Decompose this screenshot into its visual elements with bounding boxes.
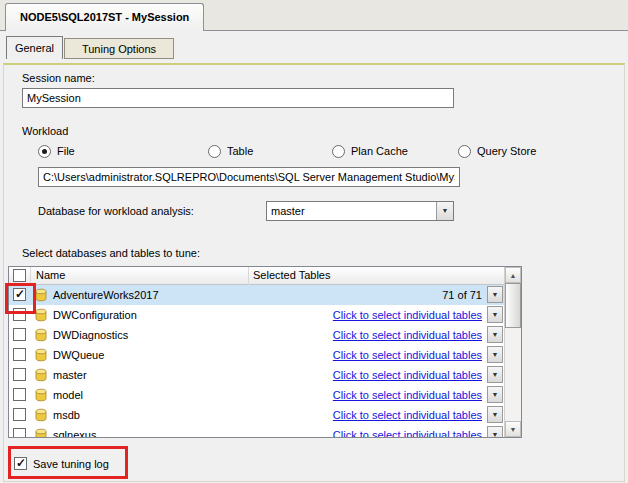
selected-tables-cell: Click to select individual tables <box>249 325 486 345</box>
database-checkbox[interactable] <box>13 288 26 301</box>
table-row[interactable]: DWDiagnostics Click to select individual… <box>9 325 504 345</box>
selected-tables-value[interactable]: Click to select individual tables <box>333 369 482 381</box>
tab-strip: General Tuning Options <box>6 36 622 59</box>
selected-tables-value[interactable]: Click to select individual tables <box>333 389 482 401</box>
scroll-down-icon[interactable]: ▼ <box>505 421 521 437</box>
table-row[interactable]: master Click to select individual tables… <box>9 365 504 385</box>
tables-dropdown-cell: ▼ <box>486 405 504 425</box>
radio-icon[interactable] <box>208 145 221 158</box>
row-checkbox-cell <box>9 385 31 405</box>
database-name-cell: model <box>31 385 249 405</box>
table-scrollbar[interactable]: ▲ ▼ <box>504 267 521 437</box>
session-document-tab-label: NODE5\SQL2017ST - MySession <box>20 11 189 23</box>
database-analysis-label: Database for workload analysis: <box>38 201 194 221</box>
tables-dropdown-button[interactable]: ▼ <box>487 386 503 403</box>
database-checkbox[interactable] <box>13 428 26 437</box>
database-table-header: Name Selected Tables <box>9 267 504 285</box>
tables-dropdown-button[interactable]: ▼ <box>487 306 503 323</box>
tables-dropdown-button[interactable]: ▼ <box>487 366 503 383</box>
column-header-name[interactable]: Name <box>31 267 249 285</box>
tab-general-label: General <box>15 42 54 54</box>
table-row[interactable]: DWQueue Click to select individual table… <box>9 345 504 365</box>
radio-icon[interactable] <box>332 145 345 158</box>
database-checkbox[interactable] <box>13 368 26 381</box>
tables-dropdown-button[interactable]: ▼ <box>487 286 503 303</box>
database-name: model <box>53 385 83 405</box>
radio-icon[interactable] <box>38 145 51 158</box>
chevron-down-icon[interactable]: ▼ <box>436 202 453 220</box>
tables-dropdown-button[interactable]: ▼ <box>487 346 503 363</box>
scroll-up-icon[interactable]: ▲ <box>505 267 521 283</box>
selected-tables-value[interactable]: Click to select individual tables <box>333 409 482 421</box>
row-checkbox-cell <box>9 425 31 437</box>
database-table: Name Selected Tables AdventureWorks2017 … <box>8 266 522 438</box>
tables-dropdown-cell: ▼ <box>486 365 504 385</box>
database-checkbox[interactable] <box>13 348 26 361</box>
workload-file-input[interactable] <box>38 167 460 187</box>
selected-tables-cell: Click to select individual tables <box>249 305 486 325</box>
selected-tables-cell: Click to select individual tables <box>249 385 486 405</box>
database-icon <box>34 308 48 322</box>
table-row[interactable]: AdventureWorks2017 71 of 71 ▼ <box>9 285 504 305</box>
database-name-cell: master <box>31 365 249 385</box>
tables-dropdown-cell: ▼ <box>486 425 504 437</box>
database-icon <box>34 388 48 402</box>
scroll-thumb[interactable] <box>505 283 521 328</box>
database-icon <box>34 288 48 302</box>
table-row[interactable]: sqlnexus Click to select individual tabl… <box>9 425 504 437</box>
database-name: AdventureWorks2017 <box>53 285 159 305</box>
database-name-cell: DWDiagnostics <box>31 325 249 345</box>
database-name: DWDiagnostics <box>53 325 128 345</box>
database-name-cell: msdb <box>31 405 249 425</box>
radio-option-table[interactable]: Table <box>208 143 332 159</box>
row-checkbox-cell <box>9 305 31 325</box>
row-checkbox-cell <box>9 325 31 345</box>
database-checkbox[interactable] <box>13 388 26 401</box>
database-checkbox[interactable] <box>13 308 26 321</box>
database-checkbox[interactable] <box>13 328 26 341</box>
tables-dropdown-cell: ▼ <box>486 305 504 325</box>
tables-dropdown-cell: ▼ <box>486 345 504 365</box>
database-name-cell: sqlnexus <box>31 425 249 437</box>
radio-option-plan-cache[interactable]: Plan Cache <box>332 143 458 159</box>
table-row[interactable]: model Click to select individual tables … <box>9 385 504 405</box>
session-name-input[interactable] <box>22 88 454 108</box>
tab-general[interactable]: General <box>6 36 63 59</box>
tables-dropdown-button[interactable]: ▼ <box>487 406 503 423</box>
radio-label: File <box>57 145 75 157</box>
workload-options: FileTablePlan CacheQuery Store <box>38 143 598 159</box>
radio-label: Table <box>227 145 253 157</box>
row-checkbox-cell <box>9 345 31 365</box>
save-tuning-log-checkbox[interactable] <box>14 457 27 470</box>
database-icon <box>34 348 48 362</box>
selected-tables-cell: Click to select individual tables <box>249 345 486 365</box>
tables-dropdown-cell: ▼ <box>486 285 504 305</box>
tables-dropdown-button[interactable]: ▼ <box>487 426 503 437</box>
db-table-body: AdventureWorks2017 71 of 71 ▼ DWConfigur… <box>9 285 504 437</box>
tables-dropdown-cell: ▼ <box>486 325 504 345</box>
tables-dropdown-cell: ▼ <box>486 385 504 405</box>
database-name-cell: DWQueue <box>31 345 249 365</box>
radio-label: Plan Cache <box>351 145 408 157</box>
radio-icon[interactable] <box>458 145 471 158</box>
selected-tables-value[interactable]: Click to select individual tables <box>333 329 482 341</box>
header-checkbox-cell <box>9 267 31 285</box>
column-header-selected-tables[interactable]: Selected Tables <box>249 267 504 285</box>
selected-tables-value[interactable]: Click to select individual tables <box>333 349 482 361</box>
database-checkbox[interactable] <box>13 408 26 421</box>
selected-tables-value[interactable]: Click to select individual tables <box>333 309 482 321</box>
tables-dropdown-button[interactable]: ▼ <box>487 326 503 343</box>
radio-option-file[interactable]: File <box>38 143 208 159</box>
select-databases-label: Select databases and tables to tune: <box>22 247 200 259</box>
select-all-checkbox[interactable] <box>13 269 26 282</box>
table-row[interactable]: msdb Click to select individual tables ▼ <box>9 405 504 425</box>
database-icon <box>34 328 48 342</box>
database-analysis-combobox[interactable]: master ▼ <box>266 201 454 221</box>
tab-tuning-options[interactable]: Tuning Options <box>64 38 174 59</box>
selected-tables-value[interactable]: 71 of 71 <box>442 289 482 301</box>
radio-option-query-store[interactable]: Query Store <box>458 143 588 159</box>
selected-tables-value[interactable]: Click to select individual tables <box>333 429 482 437</box>
row-checkbox-cell <box>9 405 31 425</box>
session-document-tab[interactable]: NODE5\SQL2017ST - MySession <box>5 3 204 31</box>
table-row[interactable]: DWConfiguration Click to select individu… <box>9 305 504 325</box>
